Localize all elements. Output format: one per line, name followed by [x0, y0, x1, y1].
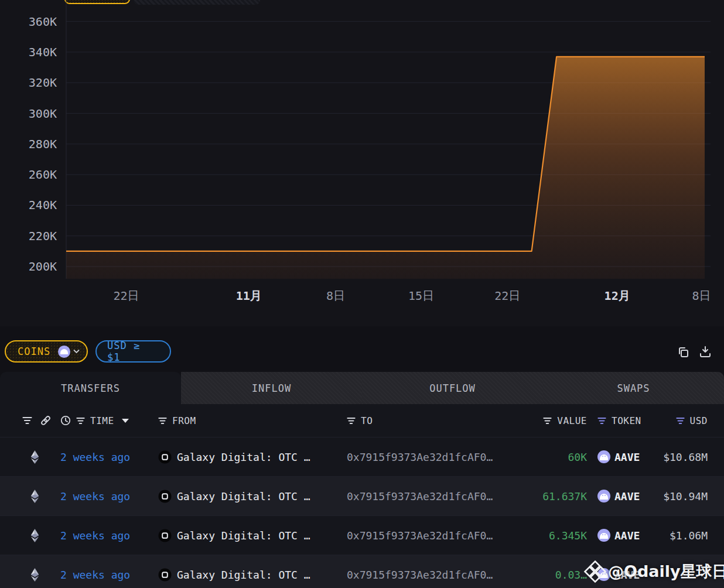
to-address[interactable]: 0x7915f9373Ae32d1fcAF0…: [347, 451, 522, 463]
filter-active-icon[interactable]: [597, 417, 606, 425]
y-tick-label: 240K: [0, 199, 57, 211]
x-tick-label: 8日: [300, 287, 371, 305]
column-header-time[interactable]: TIME: [60, 415, 158, 426]
galaxy-digital-icon: [158, 568, 172, 582]
tab-inflow[interactable]: INFLOW: [181, 372, 362, 404]
ethereum-icon: [30, 490, 39, 503]
galaxy-digital-icon: [158, 529, 172, 542]
galaxy-digital-icon: [158, 490, 172, 503]
filter-icon[interactable]: [22, 416, 32, 425]
token-cell[interactable]: AAVE: [587, 529, 655, 542]
y-tick-label: 340K: [0, 46, 57, 59]
x-tick-label: 22日: [472, 287, 542, 305]
x-tick-label: 8日: [667, 287, 724, 305]
filter-icon[interactable]: [347, 417, 356, 425]
tab-swaps[interactable]: SWAPS: [543, 372, 724, 404]
filter-icon[interactable]: [158, 417, 167, 425]
usd-threshold-pill[interactable]: USD ≥ $1: [95, 340, 171, 363]
link-icon[interactable]: [40, 415, 52, 426]
y-tick-label: 320K: [0, 76, 57, 89]
copy-icon[interactable]: [676, 345, 690, 359]
coins-filter-pill[interactable]: COINS: [5, 340, 88, 363]
filter-active-icon[interactable]: [676, 417, 685, 425]
y-tick-label: 300K: [0, 107, 57, 120]
x-tick-label: 15日: [386, 287, 456, 305]
column-header-token[interactable]: TOKEN: [587, 415, 655, 426]
aave-token-icon: [597, 529, 610, 542]
transfer-value: 61.637K: [522, 490, 587, 502]
to-address[interactable]: 0x7915f9373Ae32d1fcAF0…: [347, 529, 522, 542]
ethereum-icon: [30, 529, 39, 542]
y-tick-label: 260K: [0, 168, 57, 181]
y-tick-label: 280K: [0, 138, 57, 151]
tabs: TRANSFERSINFLOWOUTFLOWSWAPS: [0, 372, 724, 404]
from-entity[interactable]: Galaxy Digital: OTC …: [158, 568, 347, 582]
transfers-table: TIME FROM TO VALUE TOKEN: [0, 404, 724, 588]
transaction-time-link[interactable]: 2 weeks ago: [60, 569, 158, 581]
usd-value: $10.68M: [655, 451, 708, 463]
aave-token-icon: [597, 568, 610, 581]
x-tick-label: 12月: [582, 287, 653, 305]
transaction-time-link[interactable]: 2 weeks ago: [60, 451, 158, 463]
transfer-value: 6.345K: [522, 529, 587, 542]
usd-value: $1.06M: [655, 529, 708, 542]
download-icon[interactable]: [698, 345, 712, 359]
from-entity[interactable]: Galaxy Digital: OTC …: [158, 529, 347, 542]
chevron-down-icon: [73, 349, 80, 354]
usd-threshold-label: USD ≥ $1: [107, 340, 159, 363]
table-row[interactable]: 2 weeks ago Galaxy Digital: OTC … 0x7915…: [0, 476, 724, 515]
table-row[interactable]: 2 weeks ago Galaxy Digital: OTC … 0x7915…: [0, 437, 724, 476]
holdings-area-chart: [0, 0, 724, 279]
x-tick-label: 11月: [214, 287, 284, 305]
transfer-value: 60K: [522, 451, 587, 463]
tab-outflow[interactable]: OUTFLOW: [362, 372, 543, 404]
y-tick-label: 220K: [0, 230, 57, 242]
from-entity[interactable]: Galaxy Digital: OTC …: [158, 450, 347, 464]
tab-transfers[interactable]: TRANSFERS: [0, 372, 181, 404]
transaction-time-link[interactable]: 2 weeks ago: [60, 490, 158, 502]
sort-desc-icon: [122, 419, 129, 423]
table-row[interactable]: 2 weeks ago Galaxy Digital: OTC … 0x7915…: [0, 515, 724, 555]
column-header-value[interactable]: VALUE: [522, 415, 587, 426]
holdings-chart-panel: 360K340K320K300K280K260K240K220K200K 22日…: [0, 0, 724, 326]
column-header-from[interactable]: FROM: [158, 415, 347, 426]
column-header-to[interactable]: TO: [347, 415, 522, 426]
x-tick-label: 22日: [91, 287, 161, 305]
galaxy-digital-icon: [158, 450, 172, 464]
table-header-row: TIME FROM TO VALUE TOKEN: [0, 404, 724, 437]
ethereum-icon: [30, 568, 39, 582]
transaction-time-link[interactable]: 2 weeks ago: [60, 529, 158, 542]
column-header-usd[interactable]: USD: [655, 415, 708, 426]
chart-area-fill: [66, 57, 705, 279]
table-row[interactable]: 2 weeks ago Galaxy Digital: OTC … 0x7915…: [0, 555, 724, 588]
filter-bar: COINS USD ≥ $1: [0, 326, 724, 372]
aave-token-icon: [597, 450, 610, 463]
filter-icon[interactable]: [543, 417, 552, 425]
y-tick-label: 360K: [0, 15, 57, 28]
aave-token-icon: [597, 490, 610, 502]
usd-value: $10.94M: [655, 490, 708, 502]
to-address[interactable]: 0x7915f9373Ae32d1fcAF0…: [347, 490, 522, 502]
table-body: 2 weeks ago Galaxy Digital: OTC … 0x7915…: [0, 437, 724, 588]
token-cell[interactable]: AAVE: [587, 450, 655, 463]
from-entity[interactable]: Galaxy Digital: OTC …: [158, 490, 347, 503]
to-address[interactable]: 0x7915f9373Ae32d1fcAF0…: [347, 569, 522, 581]
aave-coin-icon: [58, 346, 70, 358]
ethereum-icon: [30, 450, 39, 464]
clock-icon: [60, 415, 71, 426]
filter-icon[interactable]: [76, 417, 85, 425]
token-cell[interactable]: AAVE: [587, 568, 655, 581]
y-tick-label: 200K: [0, 260, 57, 273]
token-cell[interactable]: AAVE: [587, 490, 655, 502]
transfer-value: 0.03…: [522, 569, 587, 581]
coins-filter-label: COINS: [18, 346, 50, 357]
